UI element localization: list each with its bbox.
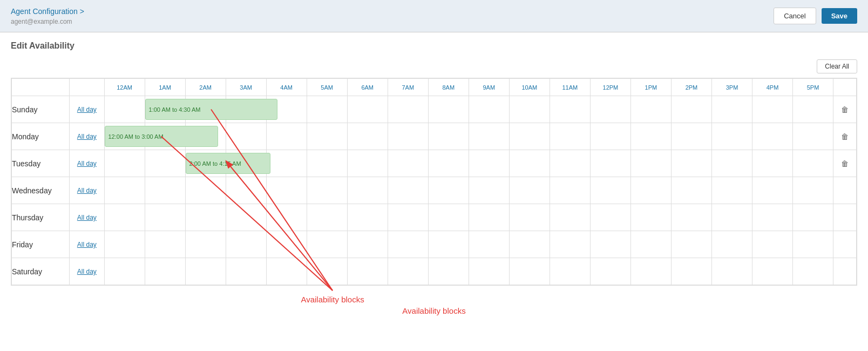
cell-friday-12AM[interactable] xyxy=(104,231,145,258)
allday-link-monday[interactable]: All day xyxy=(77,133,97,140)
cell-thursday-8AM[interactable] xyxy=(428,204,469,231)
cell-thursday-12PM[interactable] xyxy=(590,204,630,231)
cell-monday-7AM[interactable] xyxy=(388,123,428,150)
cell-monday-5PM[interactable] xyxy=(793,123,833,150)
allday-link-saturday[interactable]: All day xyxy=(77,268,97,275)
cell-friday-10AM[interactable] xyxy=(509,231,550,258)
cell-tuesday-2PM[interactable] xyxy=(671,150,711,177)
cancel-button[interactable]: Cancel xyxy=(774,8,816,24)
cell-saturday-10AM[interactable] xyxy=(509,258,550,285)
cell-friday-3PM[interactable] xyxy=(711,231,752,258)
cell-tuesday-6AM[interactable] xyxy=(347,150,388,177)
cell-thursday-10AM[interactable] xyxy=(509,204,550,231)
cell-sunday-5PM[interactable] xyxy=(793,96,833,123)
cell-saturday-3PM[interactable] xyxy=(711,258,752,285)
cell-thursday-4AM[interactable] xyxy=(266,204,307,231)
cell-sunday-12PM[interactable] xyxy=(590,96,630,123)
cell-friday-1AM[interactable] xyxy=(145,231,185,258)
cell-saturday-11AM[interactable] xyxy=(550,258,590,285)
cell-tuesday-2AM[interactable]: 2:00 AM to 4:15 AM xyxy=(185,150,226,177)
cell-tuesday-8AM[interactable] xyxy=(428,150,469,177)
cell-thursday-2AM[interactable] xyxy=(185,204,226,231)
delete-cell-sunday[interactable]: 🗑 xyxy=(833,96,857,123)
cell-sunday-7AM[interactable] xyxy=(388,96,428,123)
cell-monday-4PM[interactable] xyxy=(752,123,793,150)
cell-saturday-4AM[interactable] xyxy=(266,258,307,285)
cell-wednesday-7AM[interactable] xyxy=(388,177,428,204)
cell-tuesday-12AM[interactable] xyxy=(104,150,145,177)
cell-friday-4PM[interactable] xyxy=(752,231,793,258)
cell-saturday-4PM[interactable] xyxy=(752,258,793,285)
cell-wednesday-4PM[interactable] xyxy=(752,177,793,204)
cell-tuesday-11AM[interactable] xyxy=(550,150,590,177)
cell-wednesday-11AM[interactable] xyxy=(550,177,590,204)
cell-monday-8AM[interactable] xyxy=(428,123,469,150)
cell-saturday-1AM[interactable] xyxy=(145,258,185,285)
cell-tuesday-4AM[interactable] xyxy=(266,150,307,177)
cell-monday-12PM[interactable] xyxy=(590,123,630,150)
cell-wednesday-12AM[interactable] xyxy=(104,177,145,204)
cell-tuesday-3PM[interactable] xyxy=(711,150,752,177)
cell-sunday-4PM[interactable] xyxy=(752,96,793,123)
cell-monday-10AM[interactable] xyxy=(509,123,550,150)
allday-link-tuesday[interactable]: All day xyxy=(77,160,97,167)
cell-tuesday-10AM[interactable] xyxy=(509,150,550,177)
cell-friday-1PM[interactable] xyxy=(630,231,671,258)
cell-thursday-9AM[interactable] xyxy=(469,204,509,231)
trash-icon-sunday[interactable]: 🗑 xyxy=(841,105,849,114)
cell-sunday-11AM[interactable] xyxy=(550,96,590,123)
allday-link-wednesday[interactable]: All day xyxy=(77,187,97,194)
cell-sunday-9AM[interactable] xyxy=(469,96,509,123)
cell-friday-2PM[interactable] xyxy=(671,231,711,258)
cell-saturday-2PM[interactable] xyxy=(671,258,711,285)
cell-wednesday-8AM[interactable] xyxy=(428,177,469,204)
cell-saturday-3AM[interactable] xyxy=(226,258,266,285)
cell-saturday-5AM[interactable] xyxy=(307,258,347,285)
cell-saturday-7AM[interactable] xyxy=(388,258,428,285)
cell-saturday-1PM[interactable] xyxy=(630,258,671,285)
cell-saturday-2AM[interactable] xyxy=(185,258,226,285)
cell-wednesday-4AM[interactable] xyxy=(266,177,307,204)
cell-sunday-1AM[interactable]: 1:00 AM to 4:30 AM xyxy=(145,96,185,123)
allday-link-friday[interactable]: All day xyxy=(77,241,97,248)
cell-wednesday-6AM[interactable] xyxy=(347,177,388,204)
cell-monday-3PM[interactable] xyxy=(711,123,752,150)
cell-thursday-12AM[interactable] xyxy=(104,204,145,231)
cell-wednesday-5PM[interactable] xyxy=(793,177,833,204)
cell-monday-2PM[interactable] xyxy=(671,123,711,150)
cell-sunday-2PM[interactable] xyxy=(671,96,711,123)
cell-friday-11AM[interactable] xyxy=(550,231,590,258)
cell-friday-8AM[interactable] xyxy=(428,231,469,258)
cell-sunday-6AM[interactable] xyxy=(347,96,388,123)
cell-thursday-4PM[interactable] xyxy=(752,204,793,231)
cell-tuesday-4PM[interactable] xyxy=(752,150,793,177)
cell-wednesday-2AM[interactable] xyxy=(185,177,226,204)
allday-link-sunday[interactable]: All day xyxy=(77,106,97,113)
cell-tuesday-1AM[interactable] xyxy=(145,150,185,177)
cell-friday-5AM[interactable] xyxy=(307,231,347,258)
delete-cell-monday[interactable]: 🗑 xyxy=(833,123,857,150)
cell-tuesday-9AM[interactable] xyxy=(469,150,509,177)
trash-icon-monday[interactable]: 🗑 xyxy=(841,132,849,141)
cell-thursday-1AM[interactable] xyxy=(145,204,185,231)
time-block-sunday[interactable]: 1:00 AM to 4:30 AM xyxy=(145,99,277,120)
allday-link-thursday[interactable]: All day xyxy=(77,214,97,221)
cell-thursday-7AM[interactable] xyxy=(388,204,428,231)
time-block-monday[interactable]: 12:00 AM to 3:00 AM xyxy=(105,126,218,147)
cell-thursday-3AM[interactable] xyxy=(226,204,266,231)
cell-monday-4AM[interactable] xyxy=(266,123,307,150)
cell-wednesday-2PM[interactable] xyxy=(671,177,711,204)
cell-friday-4AM[interactable] xyxy=(266,231,307,258)
cell-saturday-9AM[interactable] xyxy=(469,258,509,285)
cell-wednesday-9AM[interactable] xyxy=(469,177,509,204)
cell-thursday-5PM[interactable] xyxy=(793,204,833,231)
time-block-tuesday[interactable]: 2:00 AM to 4:15 AM xyxy=(186,153,271,174)
delete-cell-tuesday[interactable]: 🗑 xyxy=(833,150,857,177)
cell-saturday-5PM[interactable] xyxy=(793,258,833,285)
cell-tuesday-5PM[interactable] xyxy=(793,150,833,177)
cell-friday-5PM[interactable] xyxy=(793,231,833,258)
cell-thursday-2PM[interactable] xyxy=(671,204,711,231)
cell-wednesday-1PM[interactable] xyxy=(630,177,671,204)
cell-thursday-5AM[interactable] xyxy=(307,204,347,231)
cell-monday-9AM[interactable] xyxy=(469,123,509,150)
